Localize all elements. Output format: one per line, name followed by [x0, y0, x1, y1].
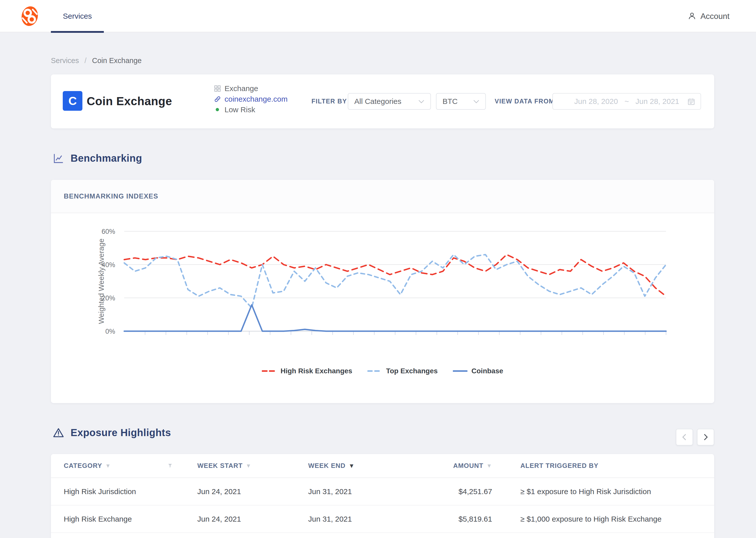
person-icon	[688, 12, 696, 21]
cell-week-end: Jun 31, 2021	[308, 515, 419, 523]
column-header-category[interactable]: CATEGORY ▼	[64, 462, 167, 470]
account-label: Account	[700, 12, 730, 21]
svg-text:60%: 60%	[102, 228, 115, 235]
benchmarking-card-header: BENCHMARKING INDEXES	[51, 180, 714, 213]
legend-item-top-exchanges[interactable]: Top Exchanges	[367, 367, 438, 375]
asset-filter-select[interactable]: BTC	[436, 93, 486, 110]
calendar-icon	[687, 97, 695, 106]
filter-funnel-icon	[167, 463, 173, 469]
exposure-table-card: CATEGORY ▼ WEEK START ▼ WEEK END ▼ AMOUN…	[51, 454, 714, 538]
legend-item-high-risk-exchanges[interactable]: High Risk Exchanges	[262, 367, 352, 375]
date-range-start: Jun 28, 2020	[574, 97, 618, 106]
category-filter-select[interactable]: All Categories	[348, 93, 431, 110]
legend-line-solid-icon	[453, 370, 467, 372]
date-range-end: Jun 28, 2021	[636, 97, 679, 106]
benchmark-chart: 0%20%40%60%Weighted Weekly Average	[51, 213, 714, 364]
legend-label: High Risk Exchanges	[280, 367, 352, 375]
column-label: WEEK START	[197, 462, 243, 470]
chevron-right-icon	[702, 433, 709, 441]
date-range-separator: ~	[625, 97, 629, 106]
breadcrumb-separator: /	[84, 57, 86, 65]
column-label: AMOUNT	[453, 462, 483, 470]
service-risk-row: Low Risk	[214, 106, 288, 114]
cell-alert: ≥ $1 exposure to High Risk Jurisdiction	[492, 487, 714, 496]
legend-dash-red-icon	[262, 370, 276, 372]
risk-dot-icon	[216, 108, 219, 111]
column-filter-button[interactable]	[167, 463, 197, 469]
service-category-row: Exchange	[214, 84, 288, 92]
column-header-amount[interactable]: AMOUNT ▼	[419, 462, 492, 470]
pager-next-button[interactable]	[697, 429, 714, 446]
column-header-alert: ALERT TRIGGERED BY	[492, 462, 714, 470]
service-category: Exchange	[224, 84, 258, 93]
svg-text:Weighted Weekly Average: Weighted Weekly Average	[97, 239, 105, 324]
legend-item-coinbase[interactable]: Coinbase	[453, 367, 503, 375]
breadcrumb: Services / Coin Exchange	[51, 57, 142, 65]
date-range-input[interactable]: Jun 28, 2020 ~ Jun 28, 2021	[552, 93, 701, 110]
column-label: WEEK END	[308, 462, 346, 470]
tab-services[interactable]: Services	[51, 0, 104, 32]
benchmarking-card: BENCHMARKING INDEXES 0%20%40%60%Weighted…	[51, 180, 714, 403]
view-data-from-label: VIEW DATA FROM	[495, 98, 554, 105]
service-avatar: C	[63, 91, 82, 111]
sort-icon: ▼	[486, 462, 492, 469]
legend-label: Coinbase	[471, 367, 503, 375]
breadcrumb-current: Coin Exchange	[92, 57, 142, 65]
cell-category: High Risk Jurisdiction	[64, 487, 167, 496]
sort-icon: ▼	[246, 462, 252, 469]
svg-text:0%: 0%	[105, 328, 115, 335]
chevron-down-icon	[473, 100, 479, 103]
cell-category: High Risk Exchange	[64, 515, 167, 523]
exposure-title: Exposure Highlights	[71, 427, 171, 438]
sort-icon: ▼	[105, 462, 111, 469]
chevron-down-icon	[418, 100, 424, 103]
service-header-card: C Coin Exchange Exchange coinexchange.co…	[51, 75, 714, 129]
column-label: ALERT TRIGGERED BY	[520, 462, 598, 470]
risk-label: Low Risk	[224, 105, 255, 114]
sort-icon-active-desc: ▼	[349, 462, 355, 469]
link-icon	[214, 96, 221, 103]
benchmarking-card-title: BENCHMARKING INDEXES	[64, 192, 158, 200]
cell-amount: $4,251.67	[419, 487, 492, 496]
chart-legend: High Risk Exchanges Top Exchanges Coinba…	[51, 367, 714, 375]
grid-icon	[214, 85, 221, 92]
table-row: High Risk Exchange Jun 24, 2021 Jun 31, …	[51, 506, 714, 533]
exposure-section-header: Exposure Highlights	[53, 427, 171, 438]
asset-filter-value: BTC	[443, 97, 458, 106]
service-info: Exchange coinexchange.com Low Risk	[214, 84, 288, 114]
cell-week-end: Jun 31, 2021	[308, 487, 419, 496]
table-row: High Risk Jurisdiction Jun 24, 2021 Jun …	[51, 478, 714, 506]
cell-amount: $5,819.61	[419, 515, 492, 523]
account-menu[interactable]: Account	[688, 0, 730, 32]
exposure-pager	[676, 429, 714, 446]
pager-prev-button[interactable]	[676, 429, 693, 446]
column-label: CATEGORY	[64, 462, 102, 470]
service-avatar-letter: C	[68, 94, 76, 108]
category-filter-value: All Categories	[354, 97, 402, 106]
top-nav: Services Account	[0, 0, 756, 32]
crystal-logo-icon[interactable]	[18, 4, 42, 28]
benchmarking-title: Benchmarking	[71, 153, 142, 164]
service-website-link[interactable]: coinexchange.com	[224, 95, 288, 103]
service-website-row: coinexchange.com	[214, 95, 288, 103]
cell-week-start: Jun 24, 2021	[197, 515, 308, 523]
column-header-week-end[interactable]: WEEK END ▼	[308, 462, 419, 470]
column-header-week-start[interactable]: WEEK START ▼	[197, 462, 308, 470]
cell-week-start: Jun 24, 2021	[197, 487, 308, 496]
legend-dash-blue-icon	[367, 370, 382, 372]
benchmarking-section-header: Benchmarking	[53, 153, 142, 164]
tab-services-label: Services	[63, 12, 92, 21]
chevron-left-icon	[681, 433, 688, 441]
line-chart-icon	[53, 153, 64, 164]
warning-triangle-icon	[53, 427, 64, 438]
filter-by-label: FILTER BY	[311, 98, 347, 105]
service-name: Coin Exchange	[87, 94, 172, 108]
exposure-table-header: CATEGORY ▼ WEEK START ▼ WEEK END ▼ AMOUN…	[51, 454, 714, 478]
cell-alert: ≥ $1,000 exposure to High Risk Exchange	[492, 515, 714, 523]
legend-label: Top Exchanges	[386, 367, 438, 375]
breadcrumb-services-link[interactable]: Services	[51, 57, 79, 65]
